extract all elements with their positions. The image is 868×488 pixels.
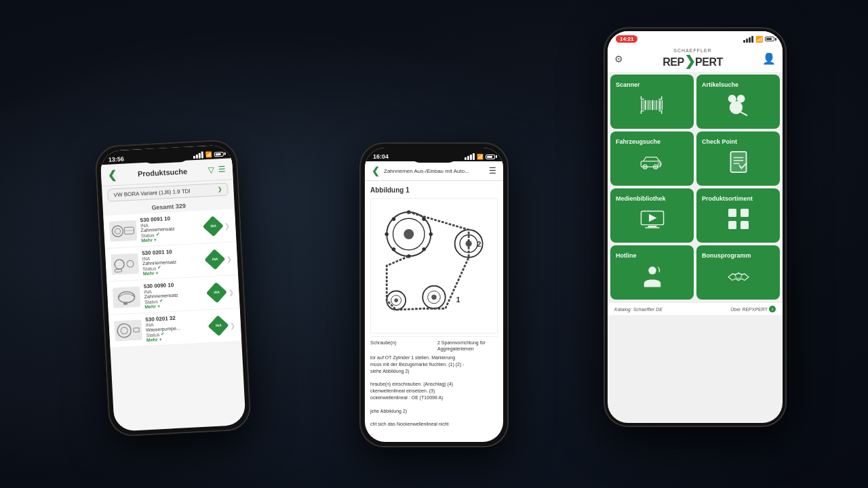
- belt-diagram: 1 2: [370, 198, 498, 333]
- middle-content: Abbildung 1: [365, 181, 503, 433]
- left-status-icons: 📶: [193, 150, 224, 159]
- tile-fahrzeugsuche[interactable]: Fahrzeugsuche: [610, 131, 694, 186]
- right-status-bar: 14:21 📶: [608, 31, 783, 45]
- tile-medienbibliothek-label: Medienbibliothek: [616, 195, 666, 203]
- svg-rect-37: [647, 100, 648, 110]
- svg-rect-38: [648, 100, 649, 110]
- left-screen-title: Produktsuche: [138, 167, 188, 178]
- tile-bonusprogramm[interactable]: Bonusprogramm: [696, 245, 780, 300]
- middle-status-icons: 📶: [465, 153, 495, 160]
- right-status-icons: 📶: [743, 36, 774, 43]
- svg-point-21: [422, 247, 426, 251]
- instr-line-6: ockenwellenlineal : OE (T10098 A): [370, 394, 498, 401]
- instruction-text: tor auf OT Zylinder 1 stellen. Markierun…: [370, 354, 498, 428]
- middle-screen-title: Zahnriemen Aus-/Einbau mit Auto...: [384, 168, 485, 174]
- item-chevron-4: ❯: [230, 321, 236, 329]
- signal-icon: [193, 151, 204, 159]
- tile-scanner-label: Scanner: [616, 81, 640, 89]
- status-dot-3: ✔: [159, 298, 163, 304]
- middle-menu-icon[interactable]: ☰: [489, 166, 496, 176]
- footer-about[interactable]: Über REPXPERT i: [730, 306, 776, 312]
- svg-rect-11: [134, 328, 139, 332]
- instr-line-1: tor auf OT Zylinder 1 stellen. Markierun…: [370, 354, 498, 361]
- user-profile-icon[interactable]: 👤: [762, 52, 776, 65]
- status-dot-1: ✔: [155, 232, 159, 237]
- tile-produktsortiment[interactable]: Produktsortiment: [696, 188, 780, 243]
- product-info-1: 530 0091 10 INA Zahnriemensatz Status ✔ …: [140, 214, 202, 243]
- caption-2: 2 Spannvorrichtung für Aggregateriemen: [437, 340, 498, 352]
- status-dot-4: ✔: [161, 331, 165, 337]
- tile-produktsortiment-label: Produktsortiment: [702, 195, 753, 203]
- product-info-3: 530 0090 10 INA Zahnriemensatz Status ✔ …: [144, 281, 206, 310]
- tile-checkpoint[interactable]: Check Point: [696, 131, 780, 186]
- svg-point-10: [121, 327, 128, 335]
- right-footer: Katalog: Schaeffler DE Über REPXPERT i: [608, 302, 783, 315]
- logo-pert: PERT: [695, 56, 723, 68]
- caption-1: Schraube(n): [370, 340, 431, 352]
- middle-battery-icon: [486, 155, 495, 159]
- middle-back-button[interactable]: ❮: [372, 165, 380, 176]
- right-phone-screen: 14:21 📶: [608, 31, 783, 423]
- phones-wrapper: 13:56 📶: [61, 14, 807, 474]
- svg-point-1: [115, 228, 120, 234]
- vehicle-name: VW BORA Variant (1J6) 1.9 TDI: [113, 188, 190, 198]
- hotline-icon: [640, 264, 665, 293]
- svg-rect-68: [728, 209, 736, 217]
- schaeffler-text: SCHAEFFLER: [663, 48, 723, 53]
- svg-point-57: [654, 166, 656, 167]
- middle-time: 16:04: [373, 153, 389, 160]
- tile-scanner[interactable]: Scanner: [610, 75, 694, 129]
- right-time: 14:21: [616, 35, 637, 43]
- product-item-4[interactable]: 530 0201 32 INA Wasserpumpe... Status ✔ …: [108, 308, 241, 348]
- settings-icon[interactable]: ⚙: [614, 54, 623, 64]
- product-badge-1: INA: [203, 216, 224, 237]
- filter-icon[interactable]: ▽: [208, 165, 215, 174]
- product-badge-2: INA: [204, 249, 225, 270]
- product-badge-4: INA: [208, 315, 229, 336]
- instr-line-3: siehe Abbildung 2): [370, 368, 498, 375]
- item-chevron-3: ❯: [228, 288, 234, 296]
- left-phone-screen: 13:56 📶: [100, 144, 245, 432]
- svg-rect-60: [730, 152, 746, 172]
- middle-header: ❮ Zahnriemen Aus-/Einbau mit Auto... ☰: [365, 161, 503, 181]
- svg-point-9: [117, 323, 132, 338]
- product-info-2: 530 0201 10 INA Zahnriemensatz Status ✔ …: [142, 247, 204, 277]
- svg-rect-43: [657, 100, 658, 110]
- repxpert-logo: REP❯PERT: [663, 53, 723, 69]
- middle-notch: [410, 148, 458, 163]
- left-notch: [142, 146, 190, 164]
- tile-medienbibliothek[interactable]: Medienbibliothek: [610, 188, 694, 243]
- back-button[interactable]: ❮: [108, 168, 117, 182]
- svg-text:2: 2: [477, 240, 481, 248]
- product-info-4: 530 0201 32 INA Wasserpumpe... Status ✔ …: [145, 313, 208, 342]
- footer-catalog-text: Katalog: Schaeffler DE: [614, 307, 663, 312]
- right-app-header: ⚙ SCHAEFFLER REP❯PERT 👤: [608, 45, 783, 72]
- product-img-2: [111, 253, 139, 275]
- svg-rect-8: [123, 302, 127, 305]
- phone-left: 13:56 📶: [94, 139, 252, 437]
- svg-rect-44: [659, 100, 660, 110]
- tile-hotline-label: Hotline: [616, 252, 637, 260]
- wifi-icon: 📶: [205, 151, 212, 158]
- tile-hotline[interactable]: Hotline: [610, 245, 694, 300]
- svg-rect-45: [661, 100, 662, 110]
- svg-rect-35: [643, 100, 644, 110]
- svg-line-3: [124, 230, 134, 231]
- svg-rect-40: [652, 100, 653, 110]
- svg-text:1: 1: [456, 296, 460, 304]
- catalog-name: Schaeffler DE: [633, 307, 663, 312]
- tile-artikelsuche-label: Artikelsuche: [702, 81, 738, 89]
- item-chevron-2: ❯: [226, 255, 233, 262]
- middle-phone-screen: 16:04 📶: [365, 148, 503, 442]
- right-wifi-icon: 📶: [755, 36, 763, 43]
- abbildung-title: Abbildung 1: [370, 186, 498, 194]
- svg-point-17: [384, 232, 389, 237]
- item-chevron-1: ❯: [224, 222, 231, 229]
- left-time: 13:56: [108, 156, 125, 163]
- tile-bonusprogramm-label: Bonusprogramm: [702, 252, 751, 260]
- list-icon[interactable]: ☰: [218, 164, 226, 174]
- about-text: Über REPXPERT: [730, 307, 768, 312]
- instr-line-5: ckenwellenlineal einsetzen. (3): [370, 388, 498, 394]
- tile-artikelsuche[interactable]: Artikelsuche: [696, 75, 780, 129]
- svg-point-56: [644, 166, 646, 167]
